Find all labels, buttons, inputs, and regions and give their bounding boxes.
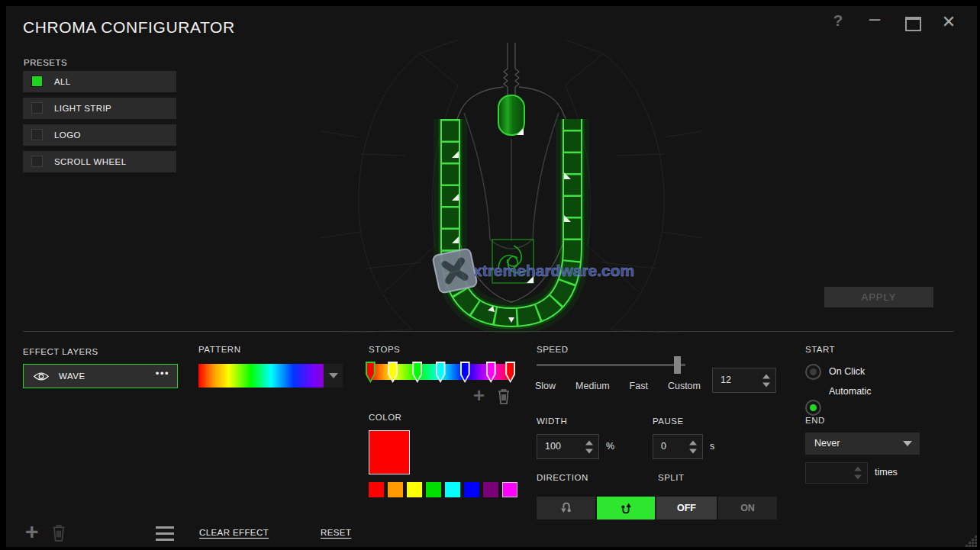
delete-layer-icon[interactable] xyxy=(50,524,67,542)
palette-swatch[interactable] xyxy=(464,482,479,497)
page-title: CHROMA CONFIGURATOR xyxy=(23,18,235,37)
menu-icon[interactable] xyxy=(156,526,174,545)
pattern-dropdown-button[interactable] xyxy=(324,364,343,388)
layer-menu-icon[interactable]: ••• xyxy=(156,368,169,379)
stop-color xyxy=(437,363,444,381)
color-palette xyxy=(369,482,521,497)
end-dropdown[interactable]: Never xyxy=(805,433,920,455)
preset-light-strip[interactable]: LIGHT STRIP xyxy=(23,98,176,119)
width-label: WIDTH xyxy=(537,417,567,426)
eye-icon[interactable] xyxy=(33,371,50,381)
tick-custom[interactable]: Custom xyxy=(668,381,701,391)
times-spinner[interactable] xyxy=(805,462,868,484)
checkbox-checked-icon[interactable] xyxy=(31,76,43,87)
end-dropdown-value: Never xyxy=(814,433,840,455)
tick-fast[interactable]: Fast xyxy=(630,381,648,391)
preset-all[interactable]: ALL xyxy=(23,71,176,92)
spinner-up-icon[interactable] xyxy=(689,440,697,445)
add-stop-icon[interactable]: + xyxy=(473,388,485,403)
preset-label: LIGHT STRIP xyxy=(54,98,111,119)
gradient-stop[interactable] xyxy=(460,362,470,383)
clear-effect-link[interactable]: CLEAR EFFECT xyxy=(199,528,269,537)
u-turn-down-icon xyxy=(558,500,575,516)
pause-unit: s xyxy=(710,441,714,452)
window-frame xyxy=(0,0,6,550)
palette-swatch[interactable] xyxy=(407,482,422,497)
spinner-up-icon[interactable] xyxy=(762,374,770,378)
gradient-stop[interactable] xyxy=(505,362,515,383)
gradient-stop[interactable] xyxy=(436,362,446,383)
tick-medium[interactable]: Medium xyxy=(575,381,609,391)
mouse-preview: xtremehardware.com xyxy=(321,40,702,333)
preset-logo[interactable]: LOGO xyxy=(23,124,176,146)
reset-link[interactable]: RESET xyxy=(321,528,351,537)
pause-value: 0 xyxy=(661,435,666,458)
preset-label: SCROLL WHEEL xyxy=(54,151,126,172)
spinner-up-icon[interactable] xyxy=(585,440,593,445)
current-color-swatch[interactable] xyxy=(369,430,410,474)
radio-on-click-label[interactable]: On Click xyxy=(829,366,865,377)
split-off-button[interactable]: OFF xyxy=(656,497,717,519)
layer-name: WAVE xyxy=(59,365,85,388)
resize-grip[interactable] xyxy=(965,536,977,547)
end-label: END xyxy=(805,416,825,425)
speed-value-spinner[interactable]: 12 xyxy=(712,368,776,393)
pattern-gradient-bar[interactable] xyxy=(198,364,324,388)
direction-down-button[interactable] xyxy=(537,497,595,519)
palette-swatch[interactable] xyxy=(483,482,498,497)
spinner-down-icon[interactable] xyxy=(854,475,862,480)
width-value: 100 xyxy=(545,435,561,458)
gradient-stop[interactable] xyxy=(486,362,496,383)
checkbox-icon[interactable] xyxy=(31,156,43,167)
radio-on-click[interactable] xyxy=(805,364,821,380)
width-spinner[interactable]: 100 xyxy=(537,434,599,459)
radio-automatic[interactable] xyxy=(805,400,821,416)
width-unit: % xyxy=(606,441,614,452)
window-frame xyxy=(977,0,980,550)
speed-value: 12 xyxy=(720,368,731,392)
radio-automatic-label[interactable]: Automatic xyxy=(829,386,872,397)
palette-swatch[interactable] xyxy=(426,482,441,497)
gradient-stop[interactable] xyxy=(388,362,398,383)
maximize-icon[interactable] xyxy=(905,17,921,31)
preset-label: ALL xyxy=(54,71,71,92)
delete-stop-icon[interactable] xyxy=(496,388,511,405)
watermark-text: xtremehardware.com xyxy=(473,262,634,279)
tick-slow[interactable]: Slow xyxy=(535,381,556,391)
speed-slider-track[interactable] xyxy=(537,364,685,366)
split-on-button[interactable]: ON xyxy=(718,497,777,519)
gradient-stop[interactable] xyxy=(412,362,422,383)
gradient-stop-selected[interactable] xyxy=(366,362,376,383)
palette-swatch[interactable] xyxy=(445,482,460,497)
mouse-zone-scroll-wheel[interactable] xyxy=(498,95,524,135)
apply-button[interactable]: APPLY xyxy=(824,287,933,307)
close-icon[interactable]: ✕ xyxy=(939,12,959,32)
minimize-icon[interactable]: – xyxy=(865,7,885,31)
checkbox-icon[interactable] xyxy=(31,102,43,114)
palette-swatch[interactable] xyxy=(388,482,403,497)
preset-scroll-wheel[interactable]: SCROLL WHEEL xyxy=(23,151,176,172)
spinner-up-icon[interactable] xyxy=(854,467,862,471)
screen: xtremehardware.com CHROMA CONFIGURATOR ?… xyxy=(0,0,980,550)
help-icon[interactable]: ? xyxy=(829,11,847,30)
direction-up-button[interactable] xyxy=(597,497,655,519)
u-turn-up-icon xyxy=(617,500,634,516)
stops-label: STOPS xyxy=(369,345,400,354)
stop-color xyxy=(414,363,421,381)
palette-swatch[interactable] xyxy=(369,482,384,497)
speed-slider-handle[interactable] xyxy=(674,356,681,374)
stop-color xyxy=(367,363,374,381)
times-label: times xyxy=(875,467,898,478)
chevron-down-icon xyxy=(329,373,338,378)
split-label: SPLIT xyxy=(658,473,684,482)
spinner-down-icon[interactable] xyxy=(689,449,697,453)
checkbox-icon[interactable] xyxy=(31,129,43,140)
effect-layer-wave[interactable]: WAVE ••• xyxy=(23,364,178,388)
color-label: COLOR xyxy=(369,413,401,422)
pause-spinner[interactable]: 0 xyxy=(653,434,703,459)
stop-color xyxy=(488,363,495,381)
spinner-down-icon[interactable] xyxy=(762,382,770,387)
palette-swatch[interactable] xyxy=(502,482,517,497)
add-layer-icon[interactable]: + xyxy=(25,524,39,539)
spinner-down-icon[interactable] xyxy=(585,449,593,453)
